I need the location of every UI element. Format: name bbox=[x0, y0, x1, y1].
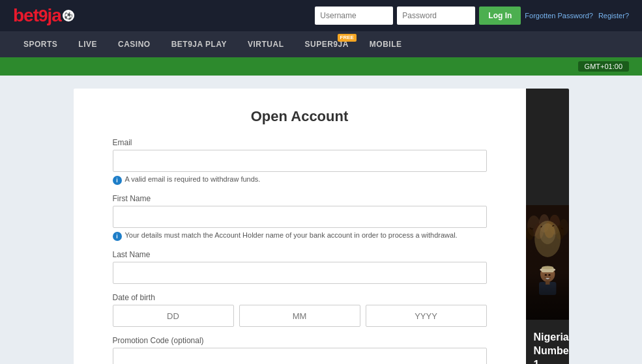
nav-mobile[interactable]: MOBILE bbox=[359, 31, 413, 57]
register-link[interactable]: Register? bbox=[598, 12, 629, 20]
form-container: Open Account Email i A valid email is re… bbox=[74, 89, 569, 364]
info-icon-first-name: i bbox=[113, 232, 122, 241]
dob-mm-input[interactable] bbox=[239, 305, 360, 327]
last-name-label: Last Name bbox=[113, 250, 487, 259]
email-info-text: A valid email is required to withdraw fu… bbox=[125, 175, 261, 183]
form-right-panel: Nigeria's Number 1Betting Site Winners D… bbox=[526, 89, 569, 364]
email-input[interactable] bbox=[113, 150, 487, 172]
form-title: Open Account bbox=[113, 108, 487, 125]
first-name-input[interactable] bbox=[113, 206, 487, 228]
forgot-password-link[interactable]: Forgotten Password? bbox=[525, 12, 593, 20]
logo-text: bet9ja bbox=[13, 5, 61, 26]
first-name-group: First Name i Your details must match the… bbox=[113, 194, 487, 241]
header-links: Forgotten Password? Register? bbox=[525, 12, 629, 20]
nav-casino[interactable]: CASINO bbox=[108, 31, 161, 57]
nav-live[interactable]: LIVE bbox=[68, 31, 108, 57]
betting-title: Nigeria's Number 1Betting Site bbox=[534, 331, 561, 364]
svg-rect-25 bbox=[526, 205, 569, 320]
dob-dd-input[interactable] bbox=[113, 305, 234, 327]
nav-super9ja-wrap: SUPER9JA FREE bbox=[295, 31, 359, 57]
promo-label: Promotion Code (optional) bbox=[113, 336, 487, 345]
logo: bet9ja ⚽ bbox=[13, 5, 74, 26]
email-info-msg: i A valid email is required to withdraw … bbox=[113, 175, 487, 185]
gmt-bar: GMT+01:00 bbox=[0, 57, 642, 76]
nav-bet9ja-play[interactable]: BET9JA PLAY bbox=[161, 31, 237, 57]
email-label: Email bbox=[113, 138, 487, 147]
email-group: Email i A valid email is required to wit… bbox=[113, 138, 487, 185]
dob-yyyy-input[interactable] bbox=[366, 305, 487, 327]
last-name-group: Last Name bbox=[113, 250, 487, 284]
header: bet9ja ⚽ Log In Forgotten Password? Regi… bbox=[0, 0, 642, 31]
header-right: Log In Forgotten Password? Register? bbox=[315, 7, 629, 25]
dob-row bbox=[113, 305, 487, 327]
nav-virtual[interactable]: VIRTUAL bbox=[237, 31, 295, 57]
navigation: SPORTS LIVE CASINO BET9JA PLAY VIRTUAL S… bbox=[0, 31, 642, 57]
gmt-badge: GMT+01:00 bbox=[578, 61, 629, 72]
promo-text: Nigeria's Number 1Betting Site Winners D… bbox=[526, 323, 569, 364]
login-button[interactable]: Log In bbox=[479, 7, 521, 25]
free-badge: FREE bbox=[338, 34, 357, 42]
first-name-info-msg: i Your details must match the Account Ho… bbox=[113, 231, 487, 241]
first-name-label: First Name bbox=[113, 194, 487, 203]
info-icon-email: i bbox=[113, 176, 122, 185]
username-input[interactable] bbox=[315, 7, 393, 25]
promo-group: Promotion Code (optional) bbox=[113, 336, 487, 364]
betting-title-text: Nigeria's Number 1Betting Site bbox=[534, 331, 569, 364]
first-name-info-text: Your details must match the Account Hold… bbox=[125, 231, 458, 239]
dob-group: Date of birth bbox=[113, 293, 487, 327]
nav-sports[interactable]: SPORTS bbox=[13, 31, 68, 57]
promo-input[interactable] bbox=[113, 348, 487, 364]
dob-label: Date of birth bbox=[113, 293, 487, 302]
form-left: Open Account Email i A valid email is re… bbox=[74, 89, 526, 364]
main-content: Open Account Email i A valid email is re… bbox=[0, 76, 642, 364]
last-name-input[interactable] bbox=[113, 262, 487, 284]
password-input[interactable] bbox=[397, 7, 475, 25]
soccer-ball-icon: ⚽ bbox=[63, 10, 74, 21]
